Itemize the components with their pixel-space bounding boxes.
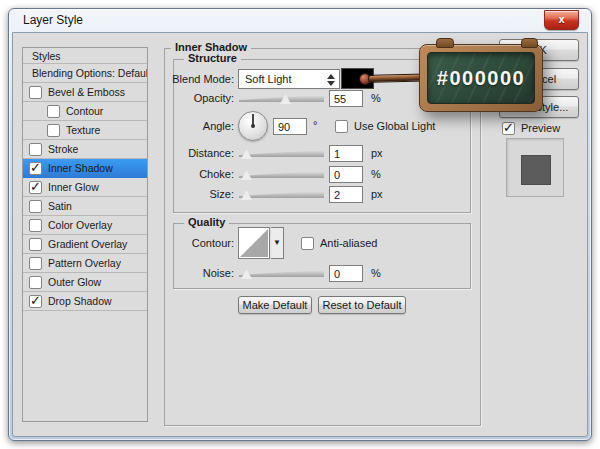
sidebar-item-label: Styles	[32, 50, 61, 62]
close-button[interactable]: x	[544, 10, 579, 30]
blend-mode-select[interactable]: Soft Light	[238, 69, 340, 89]
titlebar[interactable]: Layer Style x	[9, 9, 591, 32]
slider-track[interactable]	[239, 191, 324, 198]
sidebar-item-drop-shadow[interactable]: Drop Shadow	[23, 292, 147, 311]
slider-track[interactable]	[239, 150, 324, 157]
opacity-slider[interactable]	[239, 92, 324, 105]
noise-slider[interactable]	[239, 267, 324, 280]
sidebar-checkbox-outer-glow[interactable]	[29, 276, 42, 289]
chalkboard-tab-icon	[521, 38, 538, 48]
size-label: Size:	[69, 188, 234, 201]
sidebar-checkbox-stroke[interactable]	[29, 143, 42, 156]
use-global-light-checkbox[interactable]	[335, 120, 348, 133]
preview-swatch	[506, 138, 564, 197]
slider-thumb[interactable]	[241, 149, 252, 159]
sidebar-item-styles[interactable]: Styles	[23, 48, 147, 64]
make-default-button[interactable]: Make Default	[238, 296, 312, 314]
choke-unit: %	[371, 168, 381, 181]
chalkboard-overlay: #000000	[419, 44, 543, 112]
contour-label: Contour:	[69, 237, 234, 250]
choke-slider[interactable]	[239, 168, 324, 181]
slider-track[interactable]	[239, 270, 324, 277]
preview-label: Preview	[521, 122, 560, 135]
opacity-input[interactable]: 55	[329, 90, 363, 107]
angle-hub	[251, 124, 255, 128]
slider-track[interactable]	[239, 171, 324, 178]
angle-dial[interactable]	[238, 111, 268, 141]
choke-label: Choke:	[69, 168, 234, 181]
distance-input[interactable]: 1	[329, 145, 363, 162]
size-slider[interactable]	[239, 188, 324, 201]
window-title: Layer Style	[23, 13, 83, 27]
opacity-label: Opacity:	[69, 92, 234, 105]
slider-thumb[interactable]	[241, 190, 252, 200]
stepper-icon[interactable]	[324, 72, 337, 87]
size-input[interactable]: 2	[329, 186, 363, 203]
distance-label: Distance:	[69, 147, 234, 160]
slider-thumb[interactable]	[241, 269, 252, 279]
opacity-unit: %	[371, 92, 381, 105]
distance-slider[interactable]	[239, 147, 324, 160]
quality-legend: Quality	[184, 216, 229, 229]
blend-mode-label: Blend Mode:	[69, 73, 234, 86]
choke-input[interactable]: 0	[329, 166, 363, 183]
sidebar-item-label: Drop Shadow	[48, 295, 112, 307]
sidebar-checkbox-inner-glow[interactable]	[29, 181, 42, 194]
use-global-light-label: Use Global Light	[354, 120, 435, 133]
noise-label: Noise:	[69, 267, 234, 280]
anti-aliased-checkbox[interactable]	[301, 237, 314, 250]
hex-color-callout: #000000	[427, 52, 535, 104]
close-icon: x	[558, 13, 564, 25]
sidebar-item-label: Color Overlay	[48, 219, 112, 231]
sidebar-checkbox-satin[interactable]	[29, 200, 42, 213]
sidebar-checkbox-bevel-emboss[interactable]	[29, 86, 42, 99]
angle-label: Angle:	[69, 120, 234, 133]
sidebar-checkbox-inner-shadow[interactable]	[29, 162, 42, 175]
angle-unit: °	[313, 119, 317, 132]
slider-track[interactable]	[239, 95, 324, 102]
preview-swatch-inner	[521, 155, 551, 185]
contour-picker[interactable]	[238, 227, 270, 259]
sidebar-checkbox-texture[interactable]	[47, 124, 60, 137]
sidebar-checkbox-drop-shadow[interactable]	[29, 295, 42, 308]
sidebar-checkbox-color-overlay[interactable]	[29, 219, 42, 232]
sidebar-checkbox-gradient-overlay[interactable]	[29, 238, 42, 251]
anti-aliased-label: Anti-aliased	[320, 237, 377, 250]
sidebar-item-label: Contour	[66, 105, 103, 117]
contour-preview	[240, 229, 268, 257]
slider-thumb[interactable]	[241, 170, 252, 180]
sidebar-item-label: Satin	[48, 200, 72, 212]
angle-input[interactable]: 90	[273, 118, 307, 135]
size-unit: px	[371, 188, 383, 201]
preview-checkbox[interactable]	[502, 122, 515, 135]
noise-unit: %	[371, 267, 381, 280]
blend-mode-value: Soft Light	[245, 73, 291, 85]
sidebar-checkbox-contour[interactable]	[47, 105, 60, 118]
sidebar-checkbox-pattern-overlay[interactable]	[29, 257, 42, 270]
contour-dropdown-arrow-icon[interactable]: ▼	[271, 227, 284, 259]
distance-unit: px	[371, 147, 383, 160]
chalkboard-tab-icon	[436, 38, 454, 48]
noise-input[interactable]: 0	[329, 265, 363, 282]
reset-to-default-button[interactable]: Reset to Default	[318, 296, 406, 314]
structure-legend: Structure	[184, 52, 241, 65]
sidebar-item-color-overlay[interactable]: Color Overlay	[23, 216, 147, 235]
